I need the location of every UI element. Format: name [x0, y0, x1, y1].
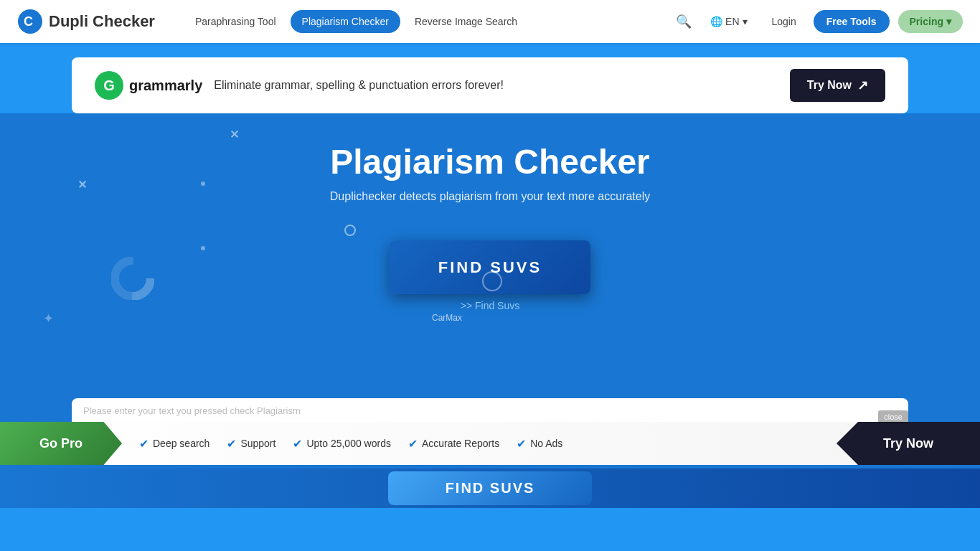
grammarly-brand-name: grammarly — [129, 77, 202, 94]
close-banner-area: close — [878, 410, 908, 423]
grammarly-left: G grammarly Eliminate grammar, spelling … — [95, 71, 504, 100]
bottom-ad-banner: FIND SUVS — [0, 468, 980, 508]
language-selector[interactable]: 🌐 EN ▾ — [703, 11, 754, 32]
deco-pie-chart — [111, 257, 154, 300]
feature-label-5: No Ads — [530, 438, 562, 449]
pro-feature-deep-search: ✔ Deep search — [139, 437, 209, 451]
pricing-label: Pricing — [910, 16, 943, 27]
nav-reverse-image[interactable]: Reverse Image Search — [403, 10, 529, 33]
nav-paraphrasing[interactable]: Paraphrasing Tool — [184, 10, 288, 33]
grammarly-tagline: Eliminate grammar, spelling & punctuatio… — [214, 79, 504, 92]
close-banner-button[interactable]: close — [878, 410, 908, 423]
svg-text:C: C — [24, 14, 33, 29]
pro-try-now-button[interactable]: Try Now — [837, 422, 980, 465]
grammarly-icon: G — [95, 71, 123, 100]
arrow-icon: ↗ — [857, 77, 868, 93]
hero-title: Plagiarism Checker — [14, 142, 966, 182]
grammarly-logo: G grammarly — [95, 71, 202, 100]
logo-icon: C — [17, 9, 43, 34]
deco-dot-2 — [201, 246, 205, 250]
feature-label-2: Support — [240, 438, 275, 449]
navbar: C Dupli Checker Paraphrasing Tool Plagia… — [0, 0, 980, 43]
check-icon-2: ✔ — [227, 437, 236, 451]
pricing-button[interactable]: Pricing ▾ — [898, 10, 963, 33]
logo-text: Dupli Checker — [49, 12, 155, 31]
free-tools-button[interactable]: Free Tools — [814, 10, 890, 33]
try-now-label: Try Now — [807, 79, 852, 92]
textarea-hint-bar: Please enter your text you pressed check… — [72, 398, 908, 423]
sponsor-label: CarMax — [432, 313, 548, 323]
check-icon-5: ✔ — [517, 437, 526, 451]
nav-right: 🔍 🌐 EN ▾ Login Free Tools Pricing ▾ — [673, 10, 963, 33]
pro-feature-reports: ✔ Accurate Reports — [408, 437, 499, 451]
check-icon-4: ✔ — [408, 437, 418, 451]
logo-area[interactable]: C Dupli Checker — [17, 9, 155, 34]
hero-section: Plagiarism Checker Duplichecker detects … — [0, 113, 980, 240]
check-icon-3: ✔ — [293, 437, 302, 451]
grammarly-try-now-button[interactable]: Try Now ↗ — [790, 69, 885, 102]
globe-icon: 🌐 — [710, 16, 722, 27]
bottom-find-suvs-button[interactable]: FIND SUVS — [388, 471, 593, 505]
search-button[interactable]: 🔍 — [673, 11, 694, 32]
textarea-placeholder-text: Please enter your text you pressed check… — [83, 405, 301, 416]
pro-features-list: ✔ Deep search ✔ Support ✔ Upto 25,000 wo… — [122, 437, 837, 451]
pro-banner: Go Pro ✔ Deep search ✔ Support ✔ Upto 25… — [0, 422, 980, 465]
feature-label-4: Accurate Reports — [422, 438, 499, 449]
find-suvs-link[interactable]: >> Find Suvs — [461, 300, 520, 311]
nav-plagiarism[interactable]: Plagiarism Checker — [291, 10, 400, 33]
pro-feature-support: ✔ Support — [227, 437, 275, 451]
deco-circle-2 — [482, 271, 502, 291]
grammarly-banner: G grammarly Eliminate grammar, spelling … — [72, 57, 908, 113]
lang-label: EN — [725, 16, 739, 27]
chevron-down-icon-pricing: ▾ — [946, 16, 951, 27]
chevron-down-icon: ▾ — [743, 16, 748, 27]
pro-feature-no-ads: ✔ No Ads — [517, 437, 562, 451]
check-icon-1: ✔ — [139, 437, 149, 451]
go-pro-label: Go Pro — [0, 422, 122, 465]
hero-subtitle: Duplichecker detects plagiarism from you… — [14, 190, 966, 203]
pro-feature-words: ✔ Upto 25,000 words — [293, 437, 391, 451]
feature-label-1: Deep search — [153, 438, 209, 449]
feature-label-3: Upto 25,000 words — [306, 438, 391, 449]
nav-links: Paraphrasing Tool Plagiarism Checker Rev… — [184, 10, 673, 33]
login-button[interactable]: Login — [763, 11, 805, 32]
deco-diamond-1: ✦ — [43, 311, 54, 326]
